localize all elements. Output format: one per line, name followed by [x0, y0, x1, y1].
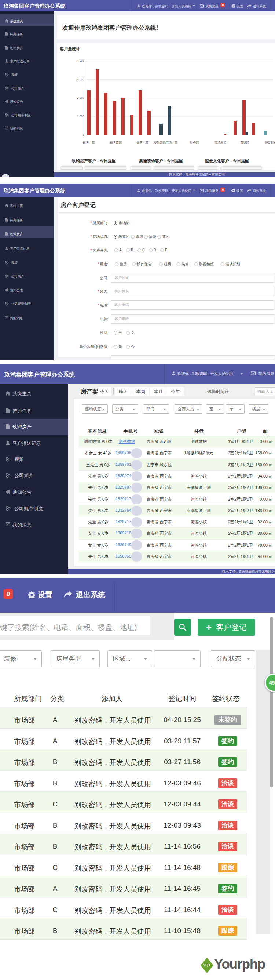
svg-text:YP: YP	[203, 963, 210, 968]
